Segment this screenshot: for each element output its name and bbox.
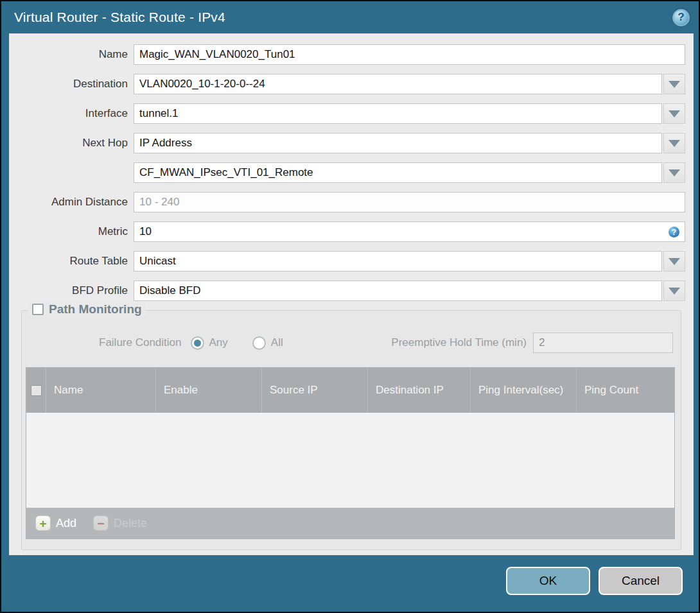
preemptive-hold-time-label: Preemptive Hold Time (min) <box>391 336 527 349</box>
ok-button[interactable]: OK <box>506 567 590 595</box>
radio-any-icon[interactable] <box>191 336 204 350</box>
form-row-name: Name <box>10 44 685 65</box>
interface-input[interactable] <box>134 103 662 124</box>
table-header-row: Name Enable Source IP Destination IP Pin… <box>26 368 674 413</box>
bfd-profile-input[interactable] <box>134 281 662 301</box>
form-row-route-table: Route Table <box>10 251 685 272</box>
bfd-profile-dropdown-button[interactable] <box>663 281 685 301</box>
dialog-content-panel: Name Destination Interface <box>9 33 694 555</box>
path-monitoring-checkbox[interactable] <box>32 304 44 315</box>
select-all-checkbox[interactable] <box>31 385 42 396</box>
column-header-source-ip[interactable]: Source IP <box>261 368 367 413</box>
form-row-bfd-profile: BFD Profile <box>10 281 685 301</box>
next-hop-label: Next Hop <box>10 137 134 150</box>
form-row-admin-distance: Admin Distance <box>10 192 685 212</box>
next-hop-type-input[interactable] <box>134 133 662 153</box>
next-hop-address-dropdown-button[interactable] <box>663 162 685 183</box>
dialog-titlebar: Virtual Router - Static Route - IPv4 ? <box>1 1 699 33</box>
chevron-down-icon <box>669 140 680 147</box>
column-header-ping-interval[interactable]: Ping Interval(sec) <box>470 368 576 413</box>
route-table-dropdown-button[interactable] <box>663 251 685 272</box>
radio-all-icon[interactable] <box>252 336 266 350</box>
radio-any-label: Any <box>209 336 228 349</box>
route-table-input[interactable] <box>134 251 662 272</box>
interface-dropdown-button[interactable] <box>663 103 685 124</box>
path-monitoring-legend: Path Monitoring <box>28 302 146 316</box>
form-row-next-hop: Next Hop <box>10 133 685 153</box>
static-route-form: Name Destination Interface <box>10 34 693 301</box>
column-header-destination-ip[interactable]: Destination IP <box>367 368 470 413</box>
name-input[interactable] <box>134 44 685 65</box>
column-header-name[interactable]: Name <box>46 368 155 413</box>
add-button[interactable]: + Add <box>35 515 76 531</box>
form-row-destination: Destination <box>10 74 685 94</box>
failure-condition-any-option[interactable]: Any <box>191 336 228 350</box>
path-monitoring-section: Path Monitoring Failure Condition Any Al… <box>21 310 681 550</box>
plus-icon: + <box>35 515 51 531</box>
chevron-down-icon <box>669 81 680 88</box>
chevron-down-icon <box>669 258 680 265</box>
admin-distance-input[interactable] <box>134 192 685 212</box>
static-route-dialog: Virtual Router - Static Route - IPv4 ? N… <box>0 0 700 613</box>
interface-label: Interface <box>10 107 134 120</box>
minus-icon: − <box>93 515 109 531</box>
destination-dropdown-button[interactable] <box>663 74 685 94</box>
cancel-button[interactable]: Cancel <box>599 567 683 595</box>
chevron-down-icon <box>669 169 680 177</box>
form-row-interface: Interface <box>10 103 685 124</box>
admin-distance-label: Admin Distance <box>10 196 134 209</box>
delete-button[interactable]: − Delete <box>93 515 147 531</box>
failure-condition-label: Failure Condition <box>99 336 182 349</box>
path-monitoring-table: Name Enable Source IP Destination IP Pin… <box>26 367 675 539</box>
column-header-enable[interactable]: Enable <box>155 368 261 413</box>
next-hop-address-input[interactable] <box>134 162 662 183</box>
destination-input[interactable] <box>134 74 662 94</box>
chevron-down-icon <box>669 288 680 295</box>
chevron-down-icon <box>669 110 680 117</box>
form-row-metric: Metric ? <box>10 221 685 242</box>
help-icon[interactable]: ? <box>672 9 690 26</box>
metric-help-icon[interactable]: ? <box>669 227 679 237</box>
metric-label: Metric <box>10 225 134 238</box>
name-label: Name <box>10 48 134 61</box>
failure-condition-all-option[interactable]: All <box>252 336 283 350</box>
bfd-profile-label: BFD Profile <box>10 284 134 297</box>
dialog-title: Virtual Router - Static Route - IPv4 <box>14 10 225 25</box>
column-header-ping-count[interactable]: Ping Count <box>576 368 674 413</box>
radio-all-label: All <box>271 336 283 349</box>
next-hop-dropdown-button[interactable] <box>663 133 685 153</box>
preemptive-hold-time-input[interactable] <box>533 332 673 353</box>
delete-button-label: Delete <box>114 517 147 530</box>
table-body-empty[interactable] <box>26 413 674 508</box>
add-button-label: Add <box>56 517 76 530</box>
failure-condition-row: Failure Condition Any All Preemptive Hol… <box>99 332 673 353</box>
metric-input[interactable] <box>134 221 685 242</box>
path-monitoring-title: Path Monitoring <box>49 302 142 316</box>
route-table-label: Route Table <box>10 255 134 268</box>
table-footer-bar: + Add − Delete <box>26 508 674 539</box>
form-row-next-hop-address <box>10 162 685 183</box>
destination-label: Destination <box>10 78 134 91</box>
